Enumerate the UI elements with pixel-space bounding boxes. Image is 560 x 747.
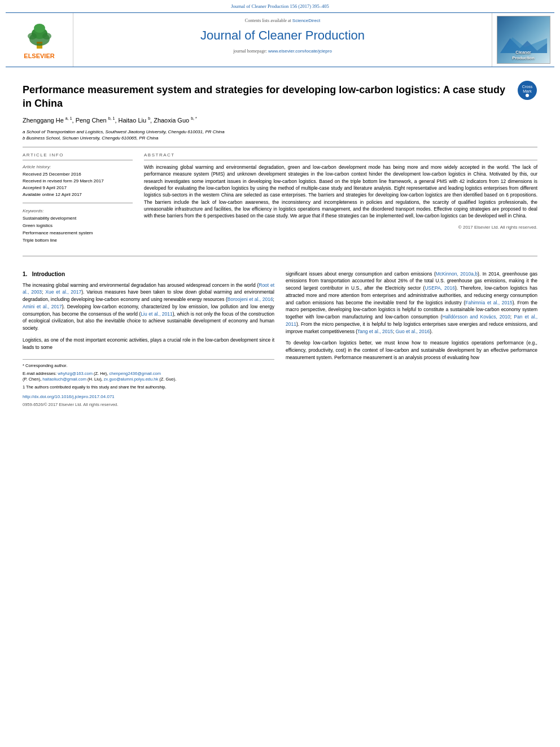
abstract-header: ABSTRACT — [144, 152, 537, 160]
title-area: Cross Mark Performance measurement syste… — [23, 83, 537, 111]
article-title: Performance measurement system and strat… — [23, 83, 537, 111]
history-label: Article history: — [23, 164, 133, 170]
journal-bar: Journal of Cleaner Production 156 (2017)… — [0, 0, 560, 12]
intro-paragraph-2: Logistics, as one of the most important … — [23, 337, 274, 351]
ref-usepa2016[interactable]: USEPA, 2016 — [425, 285, 455, 291]
affiliations: a School of Transportation and Logistics… — [23, 129, 537, 141]
body-content: 1. Introduction The increasing global wa… — [0, 262, 560, 416]
crossmark-badge: Cross Mark — [517, 80, 537, 101]
keywords-label: Keywords: — [23, 208, 133, 214]
elsevier-logo: ELSEVIER — [6, 13, 73, 67]
authors-line: Zhenggang He a, 1, Peng Chen b, 1, Haita… — [23, 116, 537, 125]
svg-point-4 — [28, 33, 37, 40]
elsevier-tree-icon — [20, 19, 59, 50]
email-hliu[interactable]: haitaoliuch@gmail.com — [42, 377, 86, 382]
email-zhe[interactable]: whyhzg@163.com — [58, 371, 93, 376]
footnotes: * Corresponding author. E-mail addresses… — [23, 359, 274, 408]
main-content: Cross Mark Performance measurement syste… — [0, 67, 560, 250]
copyright-line: © 2017 Elsevier Ltd. All rights reserved… — [144, 224, 537, 230]
issn-line: 0959-6526/© 2017 Elsevier Ltd. All right… — [23, 402, 274, 408]
article-info-col: ARTICLE INFO Article history: Received 2… — [23, 152, 133, 244]
keyword-2: Green logistics — [23, 222, 133, 230]
ref-xue2017[interactable]: Xue et al., 2017 — [45, 289, 81, 295]
article-dates: Received 25 December 2016 Received in re… — [23, 171, 133, 198]
footnote-emails: E-mail addresses: whyhzg@163.com (Z. He)… — [23, 371, 274, 383]
available-date: Available online 12 April 2017 — [23, 191, 133, 198]
footnote-equal: 1 The authors contributed equally to thi… — [23, 385, 274, 391]
email-zguo[interactable]: zx.guo@alumni.polyu.edu.hk — [104, 377, 158, 382]
cleaner-logo-text: CleanerProduction — [512, 50, 535, 61]
body-two-col: 1. Introduction The increasing global wa… — [23, 270, 537, 408]
article-info-header: ARTICLE INFO — [23, 152, 133, 160]
revised-date: Received in revised form 29 March 2017 — [23, 178, 133, 185]
elsevier-brand-text: ELSEVIER — [24, 52, 54, 60]
svg-point-12 — [526, 94, 529, 97]
svg-text:Cross: Cross — [522, 85, 533, 89]
keyword-1: Sustainability development — [23, 215, 133, 222]
contents-label: Contents lists available at — [245, 18, 291, 23]
journal-citation: Journal of Cleaner Production 156 (2017)… — [231, 3, 329, 9]
divider-1 — [23, 147, 537, 147]
keyword-4: Triple bottom line — [23, 237, 133, 244]
ref-liu2011[interactable]: Liu et al., 2011 — [141, 311, 172, 317]
svg-point-5 — [42, 33, 51, 40]
homepage-label: journal homepage: — [233, 49, 267, 54]
ref-tang2015[interactable]: Tang et al., 2015 — [357, 329, 393, 334]
keywords-list: Sustainability development Green logisti… — [23, 215, 133, 244]
article-info-abstract: ARTICLE INFO Article history: Received 2… — [23, 152, 537, 244]
sciencedirect-link[interactable]: ScienceDirect — [292, 18, 320, 23]
email-pchen[interactable]: chenpeng2436@gmail.com — [110, 371, 161, 376]
journal-title-banner: Journal of Cleaner Production — [79, 27, 486, 45]
body-right-col: significant issues about energy consumpt… — [286, 270, 537, 408]
right-paragraph-1: significant issues about energy consumpt… — [286, 270, 537, 335]
sciencedirect-line: Contents lists available at ScienceDirec… — [79, 18, 486, 24]
affiliation-a: a School of Transportation and Logistics… — [23, 129, 537, 135]
email-label: E-mail addresses: — [23, 371, 56, 376]
svg-text:Mark: Mark — [523, 89, 532, 93]
homepage-line: journal homepage: www.elsevier.com/locat… — [79, 48, 486, 54]
abstract-col: ABSTRACT With increasing global warming … — [144, 152, 537, 244]
footnote-corresponding: * Corresponding author. — [23, 363, 274, 369]
intro-paragraph-1: The increasing global warming and enviro… — [23, 282, 274, 332]
ref-fahimnia2015[interactable]: Fahimnia et al., 2015 — [465, 300, 512, 305]
divider-info — [23, 203, 133, 203]
abstract-text: With increasing global warming and envir… — [144, 164, 537, 220]
right-paragraph-2: To develop low-carbon logistics better, … — [286, 339, 537, 361]
ref-halldorsson2010[interactable]: Halldórsson and Kovács, 2010 — [442, 314, 510, 320]
body-left-col: 1. Introduction The increasing global wa… — [23, 270, 274, 408]
journal-center-header: Contents lists available at ScienceDirec… — [73, 13, 492, 67]
received-date: Received 25 December 2016 — [23, 171, 133, 178]
keyword-3: Performance measurement system — [23, 230, 133, 237]
ref-mckinnon2010[interactable]: McKinnon, 2010a,b — [436, 271, 478, 277]
top-banner: ELSEVIER Contents lists available at Sci… — [6, 12, 554, 67]
intro-section-label: Introduction — [32, 271, 65, 277]
homepage-link[interactable]: www.elsevier.com/locate/jclepro — [268, 49, 332, 54]
affiliation-b: b Business School, Sichuan University, C… — [23, 135, 537, 141]
ref-boroojeni2016[interactable]: Boroojeni et al., 2016 — [228, 296, 273, 302]
ref-guo2016[interactable]: Guo et al., 2016 — [396, 329, 430, 334]
accepted-date: Accepted 9 April 2017 — [23, 185, 133, 191]
doi-link[interactable]: http://dx.doi.org/10.1016/j.jclepro.2017… — [23, 394, 274, 400]
svg-point-3 — [34, 24, 45, 33]
intro-section-title: 1. Introduction — [23, 270, 274, 278]
cleaner-logo-box: CleanerProduction — [497, 16, 550, 64]
ref-amini2017[interactable]: Amini et al., 2017 — [23, 304, 62, 309]
svg-rect-6 — [37, 42, 42, 43]
page: Journal of Cleaner Production 156 (2017)… — [0, 0, 560, 747]
cleaner-production-logo: CleanerProduction — [492, 13, 554, 67]
intro-section-number: 1. — [23, 271, 27, 277]
section-divider — [23, 256, 537, 256]
